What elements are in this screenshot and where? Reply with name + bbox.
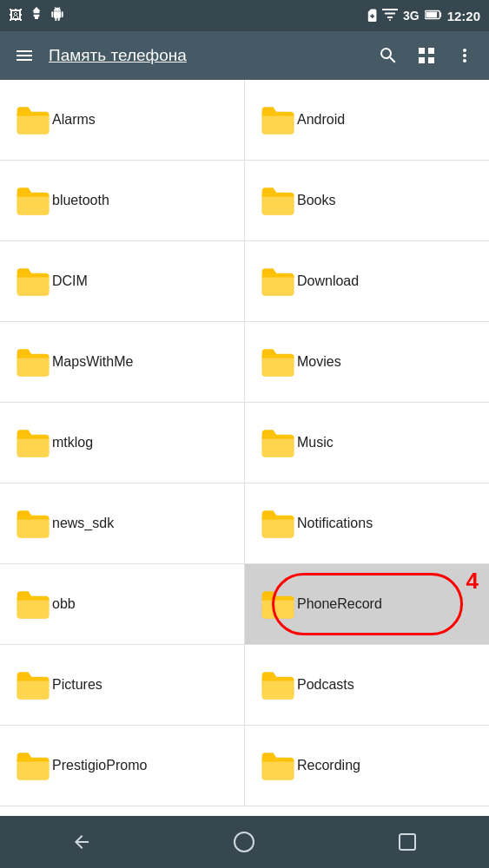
folder-name-obb: obb xyxy=(52,596,76,612)
svg-rect-9 xyxy=(262,356,294,377)
search-button[interactable] xyxy=(371,38,406,73)
folder-podcasts[interactable]: Podcasts xyxy=(245,645,489,725)
folder-name-mapswithme: MapsWithMe xyxy=(52,354,133,370)
folder-android[interactable]: Android xyxy=(245,80,489,160)
folder-prestigiopromo[interactable]: PrestigioPromo xyxy=(0,726,245,806)
svg-rect-11 xyxy=(262,437,294,457)
grid-row: obb PhoneRecord 4 xyxy=(0,564,489,645)
svg-rect-7 xyxy=(262,275,294,296)
svg-rect-8 xyxy=(17,356,50,377)
status-right-icons: 3G 12:20 xyxy=(365,8,480,24)
svg-rect-14 xyxy=(17,598,50,619)
folder-alarms[interactable]: Alarms xyxy=(0,80,245,160)
folder-music[interactable]: Music xyxy=(245,403,489,483)
grid-row: Alarms Android xyxy=(0,80,489,161)
status-left-icons: 🖼 xyxy=(9,7,64,24)
folder-books[interactable]: Books xyxy=(245,161,489,240)
svg-rect-15 xyxy=(262,598,294,619)
folder-download[interactable]: Download xyxy=(245,241,489,321)
more-options-button[interactable] xyxy=(447,38,482,73)
folder-name-podcasts: Podcasts xyxy=(297,677,354,693)
grid-row: mtklog Music xyxy=(0,403,489,483)
menu-button[interactable] xyxy=(7,38,42,73)
svg-rect-12 xyxy=(17,517,50,538)
folder-obb[interactable]: obb xyxy=(0,564,245,644)
usb-icon xyxy=(30,7,43,24)
toolbar-title: Память телефона xyxy=(45,46,367,65)
svg-rect-16 xyxy=(17,679,50,700)
folder-pictures[interactable]: Pictures xyxy=(0,645,245,725)
folder-name-download: Download xyxy=(297,273,359,289)
folder-dcim[interactable]: DCIM xyxy=(0,241,245,321)
folder-bluetooth[interactable]: bluetooth xyxy=(0,161,245,240)
svg-rect-17 xyxy=(262,679,294,700)
folder-name-dcim: DCIM xyxy=(52,273,88,289)
grid-row: MapsWithMe Movies xyxy=(0,322,489,403)
folder-name-notifications: Notifications xyxy=(297,516,373,531)
folder-news-sdk[interactable]: news_sdk xyxy=(0,483,245,563)
folder-phonerecord[interactable]: PhoneRecord 4 xyxy=(245,564,489,644)
grid-row: PrestigioPromo Recording xyxy=(0,726,489,806)
svg-rect-5 xyxy=(262,194,294,215)
toolbar: Память телефона xyxy=(0,31,489,80)
grid-view-button[interactable] xyxy=(409,38,444,73)
folder-name-news-sdk: news_sdk xyxy=(52,516,114,531)
folder-mapswithme[interactable]: MapsWithMe xyxy=(0,322,245,402)
folder-name-mtklog: mtklog xyxy=(52,435,93,450)
folder-name-recording: Recording xyxy=(297,758,360,773)
grid-row: DCIM Download xyxy=(0,241,489,322)
nav-bar xyxy=(0,816,489,868)
status-time: 12:20 xyxy=(447,9,480,23)
recent-apps-button[interactable] xyxy=(381,821,433,863)
home-button[interactable] xyxy=(218,821,270,863)
folder-name-movies: Movies xyxy=(297,354,341,370)
annotation-number: 4 xyxy=(466,568,479,595)
grid-row: news_sdk Notifications xyxy=(0,483,489,564)
folder-name-android: Android xyxy=(297,112,345,128)
status-bar: 🖼 3G 12:20 xyxy=(0,0,489,31)
svg-rect-13 xyxy=(262,517,294,538)
svg-rect-10 xyxy=(17,437,50,457)
folder-recording[interactable]: Recording xyxy=(245,726,489,806)
folder-name-alarms: Alarms xyxy=(52,112,96,128)
folder-mtklog[interactable]: mtklog xyxy=(0,403,245,483)
folder-name-phonerecord: PhoneRecord xyxy=(297,596,382,612)
folder-movies[interactable]: Movies xyxy=(245,322,489,402)
battery-icon xyxy=(425,9,442,23)
svg-rect-19 xyxy=(262,760,294,780)
folder-name-books: Books xyxy=(297,193,335,208)
svg-rect-6 xyxy=(17,275,50,296)
wifi-icon xyxy=(382,9,398,23)
folder-name-prestigiopromo: PrestigioPromo xyxy=(52,758,147,773)
folder-notifications[interactable]: Notifications xyxy=(245,483,489,563)
grid-row: bluetooth Books xyxy=(0,161,489,241)
folder-name-pictures: Pictures xyxy=(52,677,102,693)
3g-label: 3G xyxy=(403,9,420,23)
folder-name-bluetooth: bluetooth xyxy=(52,193,109,208)
back-button[interactable] xyxy=(56,821,108,863)
svg-rect-2 xyxy=(17,114,50,135)
file-grid: Alarms Android bluetooth Books DCIM xyxy=(0,80,489,816)
svg-rect-18 xyxy=(17,760,50,780)
image-icon: 🖼 xyxy=(9,8,23,23)
svg-rect-1 xyxy=(426,11,437,16)
svg-rect-4 xyxy=(17,194,50,215)
android-icon xyxy=(50,7,64,24)
svg-rect-3 xyxy=(262,114,294,135)
svg-rect-21 xyxy=(400,834,415,850)
grid-row: Pictures Podcasts xyxy=(0,645,489,726)
folder-name-music: Music xyxy=(297,435,334,450)
sim-icon xyxy=(365,8,377,24)
svg-point-20 xyxy=(235,832,254,852)
